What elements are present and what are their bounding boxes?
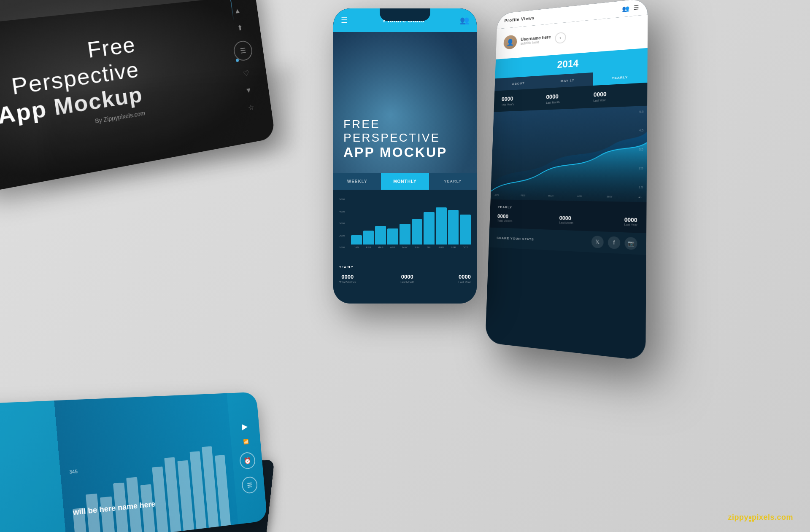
ys-lm-val: 0000 — [559, 215, 574, 221]
stat-last-year: 0000 Last Year — [459, 274, 471, 284]
tab-bar: WEEKLY MONTHLY YEARLY — [333, 173, 477, 190]
bm-7 — [424, 212, 435, 245]
hero-text: FREE PERSPECTIVE APP MOCKUP — [343, 118, 447, 160]
ys-row-1: 0000 Total Visitors 0000 Last Month 0000… — [497, 213, 637, 226]
wifi-icon: 📶 — [243, 439, 249, 445]
xl-apr: APR — [387, 246, 398, 249]
next-arrow-btn[interactable]: › — [555, 32, 566, 44]
xl-oct: OCT — [460, 246, 471, 249]
y-label-2000: 2000 — [339, 234, 345, 237]
hamburger-menu-icon[interactable]: ☰ — [341, 16, 348, 25]
sg-last-month-lbl: Last Month — [546, 99, 589, 104]
users-icon-right: 👥 — [622, 5, 629, 12]
wave-svg — [491, 106, 647, 202]
ys-lm: 0000 Last Month — [559, 215, 573, 224]
side-number: 345 — [69, 469, 78, 475]
phone-bottom-left-group: SEARCH... — [0, 392, 276, 532]
bm-5 — [400, 224, 410, 245]
wy-3: 3.5 — [639, 148, 643, 150]
ys-ly: 0000 Last Year — [624, 216, 637, 226]
last-year-value: 0000 — [459, 274, 471, 280]
xl-sep: SEP — [448, 246, 459, 249]
sg-last-year: 0000 Last Year — [593, 89, 638, 102]
brand-separator: ▪▪ — [749, 516, 751, 519]
wx-mar: MAR — [548, 194, 554, 197]
last-year-label: Last Year — [459, 281, 471, 284]
sg-this-year-val: 0000 — [502, 94, 542, 102]
x-axis-labels: JAN FEB MAR APR MAY JUN JUL AUG SEP OCT — [351, 246, 471, 249]
tab-about[interactable]: ABOUT — [494, 75, 543, 91]
ys-total-lbl: Total Visitors — [497, 219, 513, 223]
stats-row: 0000 Total Visitors 0000 Last Month 0000… — [333, 270, 477, 287]
wx-apr: APR — [577, 195, 582, 197]
wx-l: ▲L — [638, 196, 642, 198]
share-icons: 𝕏 f 📷 — [591, 236, 637, 250]
share-label: SHARE YOUR STATS — [497, 236, 534, 241]
bm-4 — [387, 228, 398, 245]
wy-4: 4.5 — [639, 129, 643, 132]
bm-9 — [448, 210, 459, 245]
tab-may17[interactable]: MAY 17 — [542, 73, 593, 89]
menu-circle-btn[interactable]: ☰ — [232, 40, 253, 62]
y-label-5000: 5000 — [339, 198, 345, 201]
wy-1: 1.5 — [639, 185, 643, 188]
hero-line2: PERSPECTIVE — [343, 131, 447, 145]
last-month-label: Last Month — [400, 281, 415, 284]
instagram-icon[interactable]: 📷 — [624, 237, 637, 250]
equal-icon: ☰ — [240, 46, 247, 55]
ys-lm-lbl: Last Month — [559, 221, 573, 224]
user-info: Username here subtitle here — [521, 35, 551, 46]
bm-2 — [363, 231, 374, 245]
wy-5: 5.5 — [639, 110, 643, 113]
ys-ly-lbl: Last Year — [624, 223, 637, 226]
wx-feb: FEB — [521, 194, 525, 197]
screen-content: will be here name here 345 ▶ 📶 ⏰ ☰ — [0, 392, 267, 532]
center-chart-panel: will be here name here 345 — [54, 393, 238, 532]
tab-weekly[interactable]: WEEKLY — [333, 173, 381, 190]
bm-6 — [412, 219, 423, 245]
tab-monthly[interactable]: MONTHLY — [381, 173, 429, 190]
phone-bottom-main: will be here name here 345 ▶ 📶 ⏰ ☰ — [0, 392, 267, 532]
sg-this-year: 0000 This Year's — [501, 94, 541, 106]
y-label-1000: 1000 — [339, 246, 345, 249]
twitter-icon[interactable]: 𝕏 — [591, 236, 604, 249]
ys-grid: 0000 Total Visitors 0000 Last Month 0000… — [497, 213, 637, 226]
hero-image: FREE PERSPECTIVE APP MOCKUP — [333, 8, 477, 185]
hero-line3: APP MOCKUP — [343, 145, 447, 160]
year-value: 2014 — [557, 58, 578, 70]
wx-jan: JAN — [494, 194, 499, 196]
brand-pixels: pixels.com — [752, 513, 793, 521]
menu-icon-circle[interactable]: ☰ — [241, 476, 258, 494]
phone-notch — [380, 8, 430, 21]
xl-jun: JUN — [412, 246, 423, 249]
ys-title: YEARLY — [498, 205, 637, 212]
wx-may: MAY — [607, 195, 613, 198]
last-month-value: 0000 — [400, 274, 415, 280]
hero-line1: FREE — [343, 118, 447, 131]
users-icon[interactable]: 👥 — [460, 16, 469, 25]
sg-last-year-lbl: Last Year — [593, 97, 638, 102]
sg-this-year-lbl: This Year's — [501, 102, 541, 106]
y-label-4000: 4000 — [339, 210, 345, 213]
share-icon: ⬆ — [237, 23, 243, 32]
up-arrow-icon: ▲ — [234, 6, 241, 15]
alarm-icon-circle[interactable]: ⏰ — [239, 452, 256, 470]
sg-last-month-val: 0000 — [546, 91, 589, 100]
y-label-3000: 3000 — [339, 222, 345, 225]
sg-last-month: 0000 Last Month — [546, 91, 589, 104]
profile-views-title: Profile Views — [504, 16, 535, 23]
bm-10 — [460, 215, 471, 245]
wave-y-labels: 5.5 4.5 3.5 2.5 1.5 — [639, 110, 644, 188]
xl-feb: FEB — [363, 246, 374, 249]
play-icon: ▶ — [241, 422, 248, 431]
menu-icon-right: ☰ — [634, 4, 639, 11]
facebook-icon[interactable]: f — [608, 236, 621, 249]
user-avatar: 👤 — [503, 35, 517, 49]
total-visitors-label: Total Visitors — [339, 281, 356, 284]
wave-chart: 5.5 4.5 3.5 2.5 1.5 JAN FEB MAR APR MAY … — [491, 106, 647, 202]
bm-3 — [375, 226, 386, 245]
xl-mar: MAR — [375, 246, 386, 249]
tab-yearly[interactable]: YEARLY — [429, 173, 477, 190]
ys-total-val: 0000 — [497, 213, 513, 220]
ys-ly-val: 0000 — [624, 216, 637, 223]
